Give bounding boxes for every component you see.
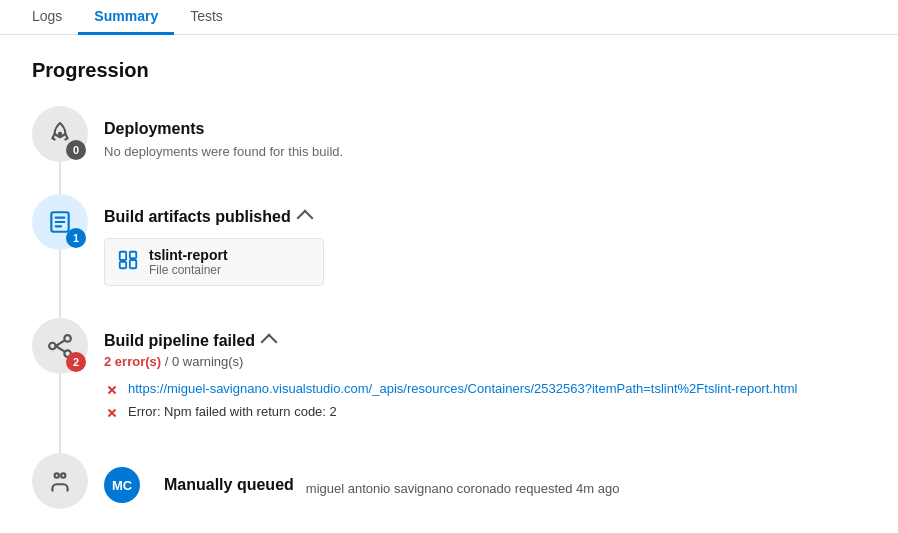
error-link-1[interactable]: https://miguel-savignano.visualstudio.co… [128,381,797,396]
deployments-badge: 0 [66,140,86,160]
deployments-item: 0 Deployments No deployments were found … [32,106,866,162]
artifact-name: tslint-report [149,247,228,263]
artifact-type: File container [149,263,228,277]
avatar-initials: MC [112,478,132,493]
svg-point-0 [58,132,62,136]
pipeline-chevron-icon [261,334,278,351]
build-artifacts-item: 1 Build artifacts published [32,194,866,286]
artifacts-title: Build artifacts published [104,208,866,226]
user-avatar: MC [104,467,140,503]
deployments-subtitle: No deployments were found for this build… [104,144,866,159]
svg-rect-5 [120,251,126,259]
svg-point-14 [55,473,59,477]
queued-description: miguel antonio savignano coronado reques… [306,481,620,496]
queue-icon [47,468,73,494]
error-x-icon-1 [104,382,120,398]
timeline: 0 Deployments No deployments were found … [32,106,866,533]
artifacts-chevron-icon [296,210,313,227]
tab-summary[interactable]: Summary [78,0,174,35]
error-x-icon-2 [104,405,120,421]
svg-line-13 [56,346,65,351]
svg-line-12 [56,341,65,346]
error-item-1: https://miguel-savignano.visualstudio.co… [104,381,866,398]
tab-logs[interactable]: Logs [16,0,78,35]
artifact-info: tslint-report File container [149,247,228,277]
svg-rect-6 [120,261,126,267]
pipeline-icon-wrapper: 2 [32,318,88,374]
svg-rect-7 [130,251,136,257]
error-list: https://miguel-savignano.visualstudio.co… [104,381,866,421]
deployments-title: Deployments [104,120,866,138]
tab-tests[interactable]: Tests [174,0,239,35]
queued-title: Manually queued [164,476,294,494]
pipeline-error-meta: 2 error(s) / 0 warning(s) [104,354,866,369]
progression-title: Progression [32,59,866,82]
file-container-icon [117,249,139,276]
pipeline-body: Build pipeline failed 2 error(s) / 0 war… [104,318,866,421]
pipeline-title: Build pipeline failed [104,332,866,350]
queued-body: MC Manually queued miguel antonio savign… [104,453,866,503]
svg-rect-8 [130,260,136,268]
error-count: 2 error(s) [104,354,161,369]
artifact-entry[interactable]: tslint-report File container [104,238,324,286]
deployments-icon-wrapper: 0 [32,106,88,162]
artifacts-icon-wrapper: 1 [32,194,88,250]
error-item-2: Error: Npm failed with return code: 2 [104,404,866,421]
error-text-2: Error: Npm failed with return code: 2 [128,404,337,419]
svg-point-15 [61,473,65,477]
main-content: Progression 0 Deployments No deployments… [0,35,898,533]
queued-icon-wrapper [32,453,88,509]
warning-count: / 0 warning(s) [165,354,244,369]
deployments-body: Deployments No deployments were found fo… [104,106,866,159]
pipeline-failed-item: 2 Build pipeline failed 2 error(s) / 0 w… [32,318,866,421]
tab-navigation: Logs Summary Tests [0,0,898,35]
artifacts-badge: 1 [66,228,86,248]
artifacts-body: Build artifacts published tslint-report [104,194,866,286]
pipeline-badge: 2 [66,352,86,372]
manually-queued-item: MC Manually queued miguel antonio savign… [32,453,866,509]
